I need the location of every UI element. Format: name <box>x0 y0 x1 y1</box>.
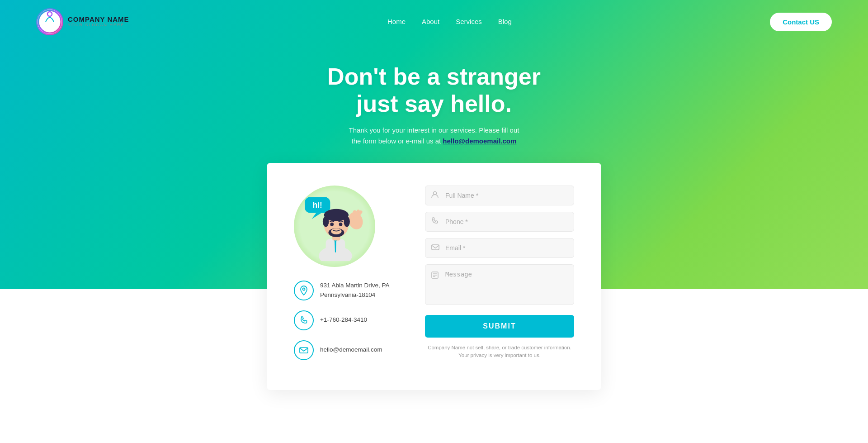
svg-point-20 <box>330 223 334 226</box>
phone-icon <box>294 310 314 330</box>
contact-form: SUBMIT Company Name not sell, share, or … <box>425 186 574 370</box>
email-item: hello@demoemail.com <box>294 340 382 360</box>
message-wrap <box>425 264 574 307</box>
phone-text: +1-760-284-3410 <box>320 315 367 324</box>
contact-email-text: hello@demoemail.com <box>320 345 382 354</box>
svg-rect-23 <box>300 348 308 353</box>
full-name-input[interactable] <box>425 186 574 205</box>
nav-links: Home About Services Blog <box>387 18 512 26</box>
nav-blog[interactable]: Blog <box>498 18 512 25</box>
svg-point-17 <box>344 216 350 227</box>
hero-heading-line2: just say hello. <box>356 91 512 117</box>
logo: COMPANY NAME YOUR SLOGAN HERE <box>36 8 129 35</box>
submit-button[interactable]: SUBMIT <box>425 315 574 338</box>
full-name-wrap <box>425 186 574 205</box>
phone-item: +1-760-284-3410 <box>294 310 367 330</box>
nav-about[interactable]: About <box>422 18 439 25</box>
nav-home[interactable]: Home <box>387 18 406 25</box>
contact-us-button[interactable]: Contact US <box>770 13 832 31</box>
svg-rect-25 <box>432 245 439 250</box>
svg-marker-3 <box>312 213 321 219</box>
email-form-icon <box>431 244 439 252</box>
message-icon <box>431 272 439 281</box>
hero-email-link[interactable]: hello@demoemail.com <box>443 137 516 145</box>
address-text: 931 Abia Martin Drive, PA Pennsylvania-1… <box>320 281 390 300</box>
phone-form-icon <box>431 217 439 226</box>
phone-wrap <box>425 212 574 232</box>
logo-slogan: YOUR SLOGAN HERE <box>68 23 129 28</box>
person-icon <box>431 191 439 200</box>
hero-text-block: Don't be a stranger just say hello. Than… <box>327 63 541 147</box>
phone-input[interactable] <box>425 212 574 232</box>
contact-card: hi! <box>267 163 601 390</box>
svg-point-1 <box>47 12 52 16</box>
location-icon <box>294 281 314 300</box>
svg-point-16 <box>323 216 329 227</box>
hero-subtext: Thank you for your interest in our servi… <box>349 126 519 134</box>
message-input[interactable] <box>425 264 574 305</box>
nav-services[interactable]: Services <box>456 18 482 25</box>
card-left: hi! <box>294 186 402 370</box>
hero-heading-line1: Don't be a stranger <box>327 63 541 90</box>
logo-circle <box>36 8 63 35</box>
hero-subtext2: the form below or e-mail us at <box>352 137 441 145</box>
email-wrap <box>425 238 574 258</box>
privacy-note: Company Name not sell, share, or trade c… <box>425 344 574 360</box>
email-icon <box>294 340 314 360</box>
svg-text:hi!: hi! <box>313 200 322 210</box>
company-name: COMPANY NAME <box>68 16 129 24</box>
email-input[interactable] <box>425 238 574 258</box>
svg-point-0 <box>38 10 61 33</box>
logo-text: COMPANY NAME YOUR SLOGAN HERE <box>68 16 129 28</box>
svg-point-21 <box>339 223 343 226</box>
address-item: 931 Abia Martin Drive, PA Pennsylvania-1… <box>294 281 390 300</box>
avatar-illustration: hi! <box>294 186 375 267</box>
navbar: COMPANY NAME YOUR SLOGAN HERE Home About… <box>0 0 868 43</box>
svg-point-22 <box>303 288 305 290</box>
